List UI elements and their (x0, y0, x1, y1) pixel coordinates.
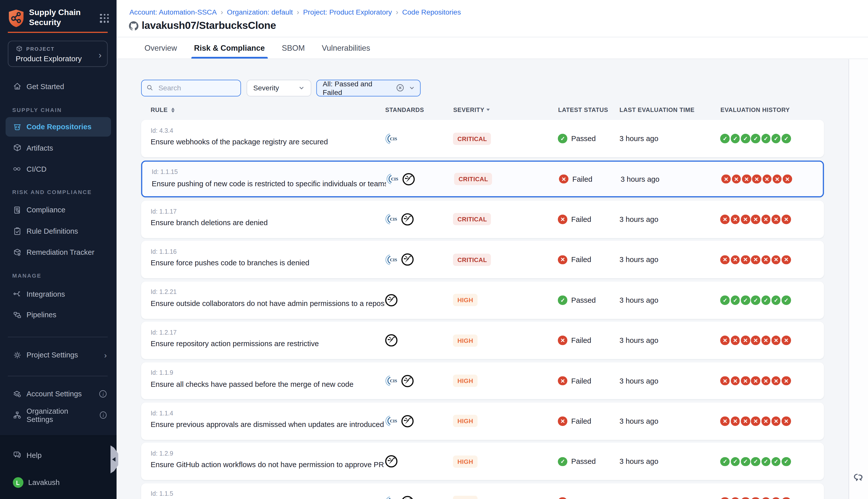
history-fail-icon (741, 336, 750, 345)
chevron-right-icon: › (396, 8, 398, 16)
filter-bar: Severity All: Passed and Failed (141, 80, 421, 97)
history-fail-icon (731, 376, 740, 386)
search-box[interactable] (141, 80, 241, 97)
sort-desc-icon[interactable] (486, 109, 490, 111)
history-fail-icon (721, 497, 730, 499)
standards-cell: CIS (385, 133, 453, 145)
info-icon[interactable]: i (100, 411, 107, 419)
sidebar-item-code-repositories[interactable]: Code Repositories (5, 117, 111, 136)
sidebar-item-help[interactable]: ? Help (5, 448, 111, 462)
chevron-right-icon: › (104, 350, 107, 360)
history-fail-icon (721, 376, 730, 386)
sidebar-item-cicd[interactable]: CI/CD (5, 162, 111, 176)
history-fail-icon (721, 215, 730, 224)
breadcrumb-organization[interactable]: Organization: default (227, 8, 293, 16)
status-filter-dropdown[interactable]: All: Passed and Failed (316, 80, 421, 97)
status-filter-label: All: Passed and Failed (323, 80, 392, 97)
user-menu[interactable]: L Lavakush (5, 475, 111, 490)
table-row[interactable]: Id: 4.3.4 Ensure webhooks of the package… (141, 120, 824, 157)
sidebar-item-remediation-tracker[interactable]: Remediation Tracker (5, 245, 111, 259)
cis-standard-icon: CIS (385, 496, 398, 499)
history-fail-icon (741, 376, 750, 386)
status-label: Passed (571, 296, 596, 304)
clear-filter-icon[interactable] (396, 84, 404, 92)
table-row[interactable]: Id: 1.2.9 Ensure GitHub action workflows… (141, 443, 824, 480)
sort-icon[interactable] (171, 107, 174, 113)
history-fail-icon (722, 174, 731, 184)
sidebar-item-integrations[interactable]: Integrations (5, 287, 111, 301)
status: Failed (553, 417, 619, 426)
status: Failed (553, 215, 619, 224)
sidebar-item-project-settings[interactable]: Project Settings › (5, 348, 111, 362)
history-cell (721, 336, 824, 345)
table-row[interactable]: Id: 1.1.17 Ensure branch deletions are d… (141, 201, 824, 238)
history-fail-icon (752, 174, 761, 184)
tab-vulnerabilities[interactable]: Vulnerabilities (319, 37, 373, 59)
sidebar-item-pipelines[interactable]: Pipelines (5, 307, 111, 322)
tab-sbom[interactable]: SBOM (279, 37, 308, 59)
tab-overview[interactable]: Overview (142, 37, 180, 59)
support-chat-icon[interactable] (853, 472, 864, 484)
history-fail-icon (731, 497, 740, 499)
column-severity[interactable]: SEVERITY (453, 107, 484, 113)
tab-bar: Overview Risk & Compliance SBOM Vulnerab… (117, 37, 868, 59)
sidebar-item-compliance[interactable]: Compliance (5, 203, 111, 217)
project-selector[interactable]: PROJECT Product Exploratory › (8, 41, 108, 67)
status-icon (558, 457, 567, 466)
breadcrumb-project[interactable]: Project: Product Exploratory (303, 8, 392, 16)
sidebar-item-get-started[interactable]: Get Started (5, 79, 111, 94)
status-icon (558, 417, 567, 426)
standards-cell: CIS (385, 375, 453, 387)
history-fail-icon (731, 336, 740, 345)
table-row[interactable]: Id: 1.1.4 Ensure previous approvals are … (141, 403, 824, 440)
cis-standard-icon: CIS (385, 415, 398, 427)
content-area: Severity All: Passed and Failed RULE STA… (117, 59, 868, 499)
chevron-left-icon (112, 457, 115, 461)
table-row[interactable]: Id: 1.1.15 Ensure pushing of new code is… (141, 160, 824, 197)
tab-risk-and-compliance[interactable]: Risk & Compliance (191, 37, 267, 59)
rule-id: Id: 1.1.9 (151, 369, 385, 376)
sidebar-divider (8, 376, 108, 376)
history-pass-icon (741, 134, 750, 143)
rule-text: Ensure all checks have passed before the… (151, 380, 385, 388)
column-standards: STANDARDS (385, 107, 424, 113)
app-window: Supply Chain Security PROJECT Product Ex… (0, 0, 868, 499)
history-fail-icon (772, 215, 781, 224)
table-row[interactable]: Id: 1.2.17 Ensure repository action perm… (141, 322, 824, 359)
sidebar-item-account-settings[interactable]: Account Settings i (5, 387, 111, 401)
history-fail-icon (751, 417, 760, 426)
table-row[interactable]: Id: 1.1.16 Ensure force pushes code to b… (141, 241, 824, 278)
status-label: Failed (571, 498, 591, 499)
sidebar-item-label: CI/CD (27, 165, 47, 173)
main-area: Account: Automation-SSCA› Organization: … (117, 0, 868, 499)
cis-standard-icon: CIS (385, 133, 398, 145)
sidebar-item-label: Rule Definitions (27, 227, 78, 235)
history-pass-icon (772, 134, 781, 143)
breadcrumb-account[interactable]: Account: Automation-SSCA (129, 8, 217, 16)
sidebar-item-rule-definitions[interactable]: Rule Definitions (5, 224, 111, 239)
breadcrumb-code-repositories[interactable]: Code Repositories (402, 8, 461, 16)
history-fail-icon (742, 174, 751, 184)
severity-filter-dropdown[interactable]: Severity (246, 80, 311, 97)
evaluation-time: 3 hours ago (619, 498, 720, 499)
column-rule[interactable]: RULE (151, 107, 168, 113)
rule-text: Ensure repository action permissions are… (151, 340, 385, 348)
search-input[interactable] (157, 83, 236, 93)
history-pass-icon (761, 295, 771, 305)
sidebar-item-label: Help (27, 451, 42, 459)
sidebar-item-label: Integrations (27, 290, 65, 298)
severity-badge: HIGH (453, 294, 478, 306)
org-chart-gear-icon (13, 411, 22, 420)
table-row[interactable]: Id: 1.1.9 Ensure all checks have passed … (141, 362, 824, 399)
table-row[interactable]: Id: 1.1.5 CIS HIGH Failed 3 hours ago (141, 483, 824, 499)
table-row[interactable]: Id: 1.2.21 Ensure outside collaborators … (141, 281, 824, 318)
sidebar-item-organization-settings[interactable]: Organization Settings i (5, 408, 111, 423)
app-grid-icon[interactable] (100, 14, 109, 23)
rule-text: Ensure webhooks of the package registry … (151, 138, 385, 146)
history-fail-icon (773, 174, 782, 184)
history-fail-icon (782, 497, 791, 499)
history-pass-icon (751, 134, 760, 143)
owasp-standard-icon (401, 375, 414, 387)
info-icon[interactable]: i (99, 390, 107, 398)
sidebar-item-artifacts[interactable]: Artifacts (5, 141, 111, 155)
